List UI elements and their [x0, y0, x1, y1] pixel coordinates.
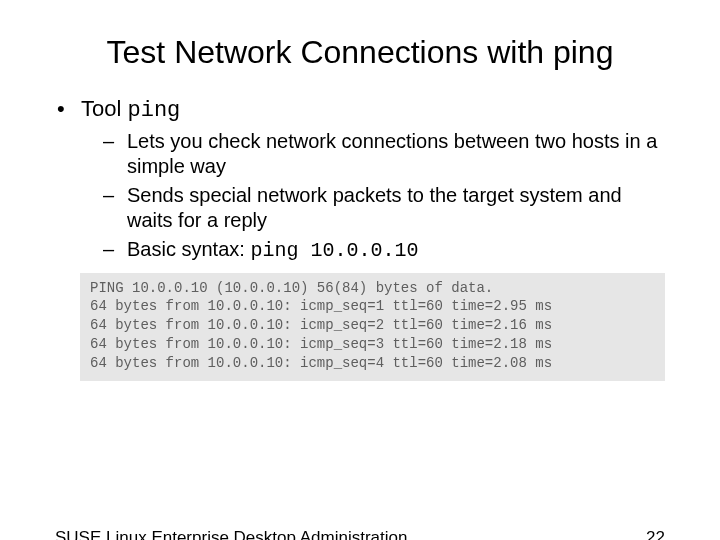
bullet-list-level2: Lets you check network connections betwe…	[103, 129, 665, 263]
bullet-tool-ping: Tool ping Lets you check network connect…	[55, 95, 665, 263]
subbullet-check-connections: Lets you check network connections betwe…	[103, 129, 665, 179]
slide-content: Tool ping Lets you check network connect…	[55, 95, 665, 263]
code-ping-command: ping 10.0.0.10	[250, 239, 418, 262]
terminal-line: 64 bytes from 10.0.0.10: icmp_seq=1 ttl=…	[90, 298, 552, 314]
terminal-line: 64 bytes from 10.0.0.10: icmp_seq=2 ttl=…	[90, 317, 552, 333]
subbullet-basic-syntax: Basic syntax: ping 10.0.0.10	[103, 237, 665, 263]
terminal-line: 64 bytes from 10.0.0.10: icmp_seq=4 ttl=…	[90, 355, 552, 371]
code-ping: ping	[127, 98, 180, 123]
page-number: 22	[646, 528, 665, 540]
terminal-output: PING 10.0.0.10 (10.0.0.10) 56(84) bytes …	[80, 273, 665, 381]
bullet-list-level1: Tool ping Lets you check network connect…	[55, 95, 665, 263]
terminal-line: 64 bytes from 10.0.0.10: icmp_seq=3 ttl=…	[90, 336, 552, 352]
subbullet-text: Basic syntax:	[127, 238, 250, 260]
footer: SUSE Linux Enterprise Desktop Administra…	[55, 528, 665, 540]
subbullet-sends-packets: Sends special network packets to the tar…	[103, 183, 665, 233]
footer-title: SUSE Linux Enterprise Desktop Administra…	[55, 528, 407, 540]
slide-title: Test Network Connections with ping	[40, 34, 680, 71]
terminal-line: PING 10.0.0.10 (10.0.0.10) 56(84) bytes …	[90, 280, 493, 296]
bullet-text: Tool	[81, 96, 127, 121]
slide: Test Network Connections with ping Tool …	[0, 34, 720, 540]
